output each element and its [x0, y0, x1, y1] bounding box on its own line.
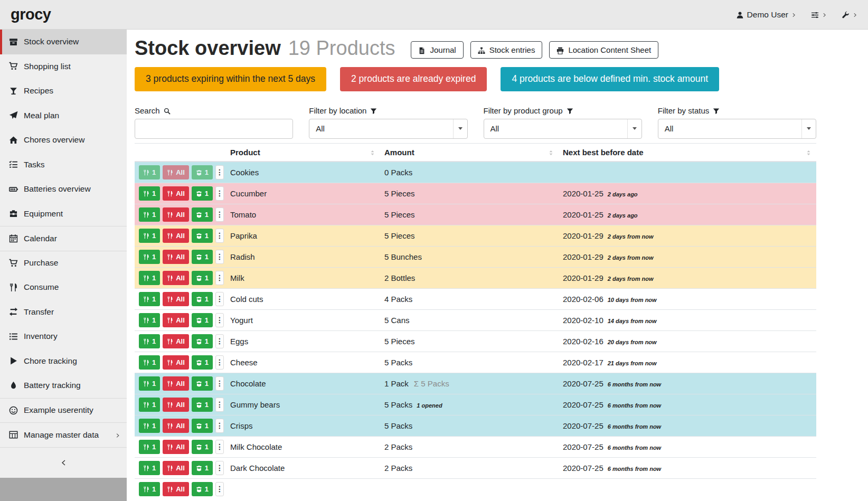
product-name[interactable]: Dark Chocolate	[226, 457, 380, 478]
sidebar-item-shopping-list[interactable]: Shopping list	[0, 54, 127, 79]
row-menu-button[interactable]: ⋮	[215, 207, 224, 222]
consume-all-button[interactable]: All	[163, 398, 189, 412]
product-name[interactable]: Chocolate	[226, 373, 380, 394]
row-menu-button[interactable]: ⋮	[215, 482, 224, 496]
product-name[interactable]: Yogurt	[226, 309, 380, 330]
row-menu-button[interactable]: ⋮	[215, 229, 224, 243]
row-menu-button[interactable]: ⋮	[215, 292, 224, 306]
sidebar-item-batteries-overview[interactable]: Batteries overview	[0, 177, 127, 202]
sidebar-item-manage-master-data[interactable]: Manage master data	[0, 422, 127, 447]
sidebar-item-battery-tracking[interactable]: Battery tracking	[0, 373, 127, 398]
product-name[interactable]: Cheese	[226, 352, 380, 373]
product-group-filter-select[interactable]: All	[484, 119, 642, 139]
column-header-amount[interactable]: Amount	[380, 143, 559, 162]
sidebar-item-tasks[interactable]: Tasks	[0, 153, 127, 177]
product-name[interactable]: Radish	[226, 246, 380, 267]
consume-one-button[interactable]: 1	[139, 271, 160, 285]
stock-entries-button[interactable]: Stock entries	[470, 41, 543, 59]
product-name[interactable]	[226, 478, 380, 499]
sidebar-item-calendar[interactable]: Calendar	[0, 226, 127, 251]
sidebar-item-chores-overview[interactable]: Chores overview	[0, 128, 127, 153]
product-name[interactable]: Milk Chocolate	[226, 436, 380, 457]
consume-all-button[interactable]: All	[163, 292, 189, 306]
open-one-button[interactable]: 1	[192, 334, 213, 348]
consume-all-button[interactable]: All	[163, 186, 189, 201]
location-filter-select[interactable]: All	[309, 119, 467, 139]
consume-all-button[interactable]: All	[163, 334, 189, 348]
consume-all-button[interactable]: All	[163, 165, 189, 179]
open-one-button[interactable]: 1	[192, 207, 213, 222]
open-one-button[interactable]: 1	[192, 186, 213, 201]
row-menu-button[interactable]: ⋮	[215, 461, 224, 475]
product-name[interactable]: Cookies	[226, 162, 380, 183]
user-menu[interactable]: Demo User	[736, 10, 796, 20]
open-one-button[interactable]: 1	[192, 440, 213, 454]
admin-menu[interactable]	[842, 10, 857, 20]
sidebar-item-chore-tracking[interactable]: Chore tracking	[0, 349, 127, 374]
open-one-button[interactable]: 1	[192, 292, 213, 306]
consume-one-button[interactable]: 1	[139, 292, 160, 306]
consume-one-button[interactable]: 1	[139, 376, 160, 391]
row-menu-button[interactable]: ⋮	[215, 313, 224, 327]
consume-all-button[interactable]: All	[163, 313, 189, 327]
search-input[interactable]	[135, 119, 293, 139]
sidebar-item-meal-plan[interactable]: Meal plan	[0, 103, 127, 128]
consume-one-button[interactable]: 1	[139, 461, 160, 475]
column-header-product[interactable]: Product	[226, 143, 380, 162]
product-name[interactable]: Tomato	[226, 204, 380, 225]
journal-button[interactable]: Journal	[411, 41, 463, 59]
sidebar-item-purchase[interactable]: Purchase	[0, 251, 127, 276]
sidebar-item-transfer[interactable]: Transfer	[0, 300, 127, 325]
product-name[interactable]: Crisps	[226, 415, 380, 436]
consume-all-button[interactable]: All	[163, 229, 189, 243]
sidebar-item-recipes[interactable]: Recipes	[0, 79, 127, 103]
status-filter-select[interactable]: All	[658, 119, 816, 139]
open-one-button[interactable]: 1	[192, 376, 213, 391]
column-header-next-best-before-date[interactable]: Next best before date	[559, 143, 816, 162]
product-name[interactable]: Gummy bears	[226, 394, 380, 415]
product-name[interactable]: Paprika	[226, 225, 380, 246]
sidebar-item-consume[interactable]: Consume	[0, 275, 127, 300]
row-menu-button[interactable]: ⋮	[215, 376, 224, 391]
app-logo[interactable]: grocy	[11, 6, 51, 23]
consume-all-button[interactable]: All	[163, 376, 189, 391]
consume-all-button[interactable]: All	[163, 207, 189, 222]
consume-one-button[interactable]: 1	[139, 186, 160, 201]
below-min-stock-banner[interactable]: 4 products are below defined min. stock …	[501, 67, 719, 91]
open-one-button[interactable]: 1	[192, 355, 213, 370]
open-one-button[interactable]: 1	[192, 419, 213, 433]
location-content-sheet-button[interactable]: Location Content Sheet	[549, 41, 658, 59]
row-menu-button[interactable]: ⋮	[215, 271, 224, 285]
open-one-button[interactable]: 1	[192, 271, 213, 285]
consume-one-button[interactable]: 1	[139, 229, 160, 243]
row-menu-button[interactable]: ⋮	[215, 440, 224, 454]
open-one-button[interactable]: 1	[192, 461, 213, 475]
sidebar-collapse-button[interactable]	[0, 447, 127, 478]
consume-all-button[interactable]: All	[163, 440, 189, 454]
open-one-button[interactable]: 1	[192, 229, 213, 243]
row-menu-button[interactable]: ⋮	[215, 355, 224, 370]
consume-one-button[interactable]: 1	[139, 355, 160, 370]
consume-one-button[interactable]: 1	[139, 419, 160, 433]
consume-all-button[interactable]: All	[163, 482, 189, 496]
consume-one-button[interactable]: 1	[139, 398, 160, 412]
settings-menu[interactable]	[811, 10, 827, 20]
consume-one-button[interactable]: 1	[139, 313, 160, 327]
consume-one-button[interactable]: 1	[139, 250, 160, 264]
consume-all-button[interactable]: All	[163, 271, 189, 285]
product-name[interactable]: Cucumber	[226, 183, 380, 204]
sidebar-item-inventory[interactable]: Inventory	[0, 324, 127, 349]
open-one-button[interactable]: 1	[192, 165, 213, 179]
open-one-button[interactable]: 1	[192, 398, 213, 412]
consume-all-button[interactable]: All	[163, 250, 189, 264]
row-menu-button[interactable]: ⋮	[215, 419, 224, 433]
consume-all-button[interactable]: All	[163, 419, 189, 433]
row-menu-button[interactable]: ⋮	[215, 165, 224, 179]
consume-one-button[interactable]: 1	[139, 207, 160, 222]
expiring-banner[interactable]: 3 products expiring within the next 5 da…	[135, 67, 326, 91]
product-name[interactable]: Milk	[226, 267, 380, 288]
product-name[interactable]: Cold cuts	[226, 288, 380, 309]
consume-one-button[interactable]: 1	[139, 334, 160, 348]
consume-one-button[interactable]: 1	[139, 482, 160, 496]
open-one-button[interactable]: 1	[192, 250, 213, 264]
